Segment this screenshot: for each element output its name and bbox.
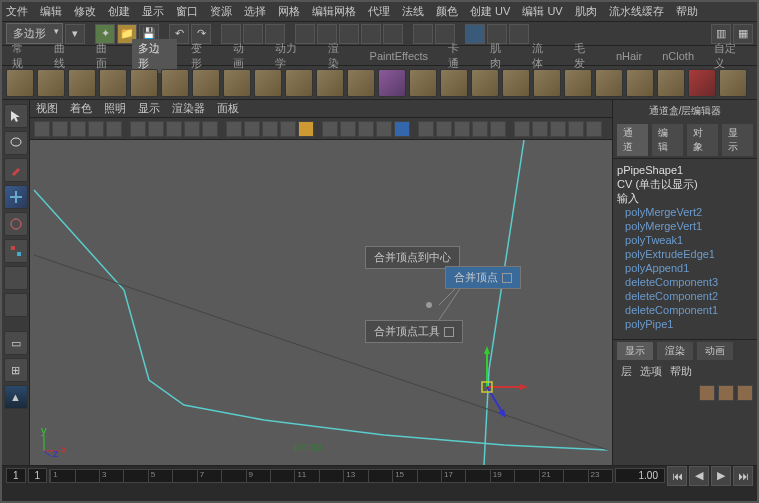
node-name[interactable]: pPipeShape1 bbox=[617, 163, 753, 177]
shelf-tab[interactable]: 动画 bbox=[227, 39, 261, 73]
range-start[interactable]: 1 bbox=[28, 468, 48, 483]
panel-menu-item[interactable]: 显示 bbox=[138, 101, 160, 116]
menu-编辑 UV[interactable]: 编辑 UV bbox=[522, 4, 562, 19]
panel-menu-item[interactable]: 渲染器 bbox=[172, 101, 205, 116]
panel-tool-icon[interactable] bbox=[514, 121, 530, 137]
layer-tab[interactable]: 动画 bbox=[697, 342, 733, 360]
panel-tool-icon[interactable] bbox=[130, 121, 146, 137]
mode-dropdown[interactable]: 多边形 bbox=[6, 23, 63, 44]
panel-tool-icon[interactable] bbox=[436, 121, 452, 137]
layer-add-icon[interactable] bbox=[718, 385, 734, 401]
panel-tool-icon[interactable] bbox=[70, 121, 86, 137]
history-icon[interactable] bbox=[413, 24, 433, 44]
history-item[interactable]: deleteComponent3 bbox=[617, 275, 753, 289]
play-end-icon[interactable]: ⏭ bbox=[733, 466, 753, 486]
panel-menu-item[interactable]: 着色 bbox=[70, 101, 92, 116]
shelf-button[interactable] bbox=[502, 69, 530, 97]
marking-menu-bottom[interactable]: 合并顶点工具 bbox=[365, 320, 463, 343]
menu-网格[interactable]: 网格 bbox=[278, 4, 300, 19]
menu-代理[interactable]: 代理 bbox=[368, 4, 390, 19]
menu-文件[interactable]: 文件 bbox=[6, 4, 28, 19]
panel-tool-icon[interactable] bbox=[280, 121, 296, 137]
history-item[interactable]: polyMergeVert2 bbox=[617, 205, 753, 219]
history-item[interactable]: polyExtrudeEdge1 bbox=[617, 247, 753, 261]
menu-显示[interactable]: 显示 bbox=[142, 4, 164, 19]
shelf-button[interactable] bbox=[719, 69, 747, 97]
panel-menu-item[interactable]: 照明 bbox=[104, 101, 126, 116]
layer-sub-item[interactable]: 选项 bbox=[640, 364, 662, 379]
menu-窗口[interactable]: 窗口 bbox=[176, 4, 198, 19]
layer-tab[interactable]: 显示 bbox=[617, 342, 653, 360]
history-item[interactable]: polyMergeVert1 bbox=[617, 219, 753, 233]
channel-tab[interactable]: 显示 bbox=[722, 124, 753, 156]
panel-tool-icon[interactable] bbox=[106, 121, 122, 137]
shelf-tab[interactable]: 曲面 bbox=[90, 39, 124, 73]
manip-tool[interactable] bbox=[4, 266, 28, 290]
shelf-button[interactable] bbox=[316, 69, 344, 97]
cv-toggle[interactable]: CV (单击以显示) bbox=[617, 177, 753, 191]
menu-编辑[interactable]: 编辑 bbox=[40, 4, 62, 19]
panel-tool-icon[interactable] bbox=[148, 121, 164, 137]
panel-tool-icon[interactable] bbox=[490, 121, 506, 137]
menu-颜色[interactable]: 颜色 bbox=[436, 4, 458, 19]
panel-tool-icon[interactable] bbox=[52, 121, 68, 137]
shelf-tab[interactable]: 流体 bbox=[526, 39, 560, 73]
shelf-tab[interactable]: 变形 bbox=[185, 39, 219, 73]
shelf-button[interactable] bbox=[6, 69, 34, 97]
time-slider[interactable]: 1 1 1357911131517192123 1.00 ⏮ ◀ ▶ ⏭ bbox=[2, 465, 757, 485]
panel-tool-icon[interactable] bbox=[532, 121, 548, 137]
menu-创建 UV[interactable]: 创建 UV bbox=[470, 4, 510, 19]
shelf-button[interactable] bbox=[37, 69, 65, 97]
play-back-icon[interactable]: ◀ bbox=[689, 466, 709, 486]
panel-tool-icon[interactable] bbox=[586, 121, 602, 137]
panel-tool-icon[interactable] bbox=[34, 121, 50, 137]
menu-修改[interactable]: 修改 bbox=[74, 4, 96, 19]
shelf-tab[interactable]: 动力学 bbox=[269, 39, 314, 73]
shelf-button[interactable] bbox=[471, 69, 499, 97]
channel-tab[interactable]: 通道 bbox=[617, 124, 648, 156]
channel-tab[interactable]: 对象 bbox=[687, 124, 718, 156]
menu-创建[interactable]: 创建 bbox=[108, 4, 130, 19]
shelf-button[interactable] bbox=[595, 69, 623, 97]
shelf-button[interactable] bbox=[161, 69, 189, 97]
shelf-tab[interactable]: 卡通 bbox=[442, 39, 476, 73]
menu-肌肉[interactable]: 肌肉 bbox=[575, 4, 597, 19]
shelf-tab[interactable]: nHair bbox=[610, 48, 648, 64]
shelf-button[interactable] bbox=[68, 69, 96, 97]
panel-tool-icon[interactable] bbox=[394, 121, 410, 137]
shelf-button[interactable] bbox=[440, 69, 468, 97]
panel-tool-icon[interactable] bbox=[322, 121, 338, 137]
shelf-tab[interactable]: nCloth bbox=[656, 48, 700, 64]
panel-tool-icon[interactable] bbox=[358, 121, 374, 137]
shelf-button[interactable] bbox=[564, 69, 592, 97]
layer-sel-icon[interactable] bbox=[737, 385, 753, 401]
history-item[interactable]: deleteComponent1 bbox=[617, 303, 753, 317]
shelf-tab[interactable]: 自定义 bbox=[708, 39, 753, 73]
soft-tool[interactable] bbox=[4, 293, 28, 317]
panel-tool-icon[interactable] bbox=[166, 121, 182, 137]
shelf-tab[interactable]: 毛发 bbox=[568, 39, 602, 73]
history-item[interactable]: polyAppend1 bbox=[617, 261, 753, 275]
shelf-button[interactable] bbox=[626, 69, 654, 97]
scale-tool[interactable] bbox=[4, 239, 28, 263]
panel-menu-item[interactable]: 视图 bbox=[36, 101, 58, 116]
panel-tool-icon[interactable] bbox=[226, 121, 242, 137]
shelf-tab[interactable]: 肌肉 bbox=[484, 39, 518, 73]
paint-tool[interactable] bbox=[4, 158, 28, 182]
menu-帮助[interactable]: 帮助 bbox=[676, 4, 698, 19]
four-view-icon[interactable]: ⊞ bbox=[4, 358, 28, 382]
layer-sub-item[interactable]: 帮助 bbox=[670, 364, 692, 379]
layer-sub-item[interactable]: 层 bbox=[621, 364, 632, 379]
panel-menu-item[interactable]: 面板 bbox=[217, 101, 239, 116]
select-tool[interactable] bbox=[4, 104, 28, 128]
shelf-button[interactable] bbox=[378, 69, 406, 97]
single-view-icon[interactable]: ▭ bbox=[4, 331, 28, 355]
shelf-button[interactable] bbox=[347, 69, 375, 97]
marking-menu-right[interactable]: 合并顶点 bbox=[445, 266, 521, 289]
panel-tool-icon[interactable] bbox=[262, 121, 278, 137]
panel-tool-icon[interactable] bbox=[298, 121, 314, 137]
menu-法线[interactable]: 法线 bbox=[402, 4, 424, 19]
menu-编辑网格[interactable]: 编辑网格 bbox=[312, 4, 356, 19]
start-frame[interactable]: 1 bbox=[6, 468, 26, 483]
shelf-button[interactable] bbox=[254, 69, 282, 97]
